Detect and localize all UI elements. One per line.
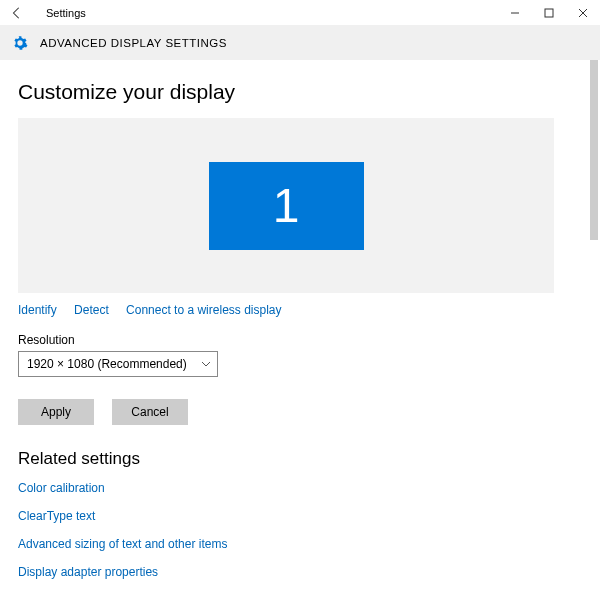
advanced-sizing-link[interactable]: Advanced sizing of text and other items	[18, 537, 582, 551]
resolution-dropdown[interactable]: 1920 × 1080 (Recommended)	[18, 351, 218, 377]
page-header: ADVANCED DISPLAY SETTINGS	[0, 25, 600, 60]
monitor-number: 1	[273, 178, 300, 233]
wireless-display-link[interactable]: Connect to a wireless display	[126, 303, 281, 317]
display-action-links: Identify Detect Connect to a wireless di…	[18, 303, 582, 317]
vertical-scrollbar[interactable]	[588, 60, 600, 591]
cleartype-text-link[interactable]: ClearType text	[18, 509, 582, 523]
apply-button[interactable]: Apply	[18, 399, 94, 425]
resolution-label: Resolution	[18, 333, 582, 347]
cancel-button[interactable]: Cancel	[112, 399, 188, 425]
minimize-button[interactable]	[498, 0, 532, 25]
title-bar: Settings	[0, 0, 600, 25]
gear-icon	[12, 35, 28, 51]
back-button[interactable]	[0, 0, 34, 25]
maximize-button[interactable]	[532, 0, 566, 25]
svg-rect-1	[545, 9, 553, 17]
detect-link[interactable]: Detect	[74, 303, 109, 317]
display-monitor-1[interactable]: 1	[209, 162, 364, 250]
related-settings-heading: Related settings	[18, 449, 582, 469]
chevron-down-icon	[201, 359, 211, 369]
display-preview-area: 1	[18, 118, 554, 293]
color-calibration-link[interactable]: Color calibration	[18, 481, 582, 495]
identify-link[interactable]: Identify	[18, 303, 57, 317]
display-adapter-link[interactable]: Display adapter properties	[18, 565, 582, 579]
resolution-value: 1920 × 1080 (Recommended)	[27, 357, 201, 371]
scrollbar-thumb[interactable]	[590, 60, 598, 240]
page-title: ADVANCED DISPLAY SETTINGS	[40, 37, 227, 49]
section-heading: Customize your display	[18, 80, 582, 104]
close-button[interactable]	[566, 0, 600, 25]
window-title: Settings	[34, 7, 86, 19]
